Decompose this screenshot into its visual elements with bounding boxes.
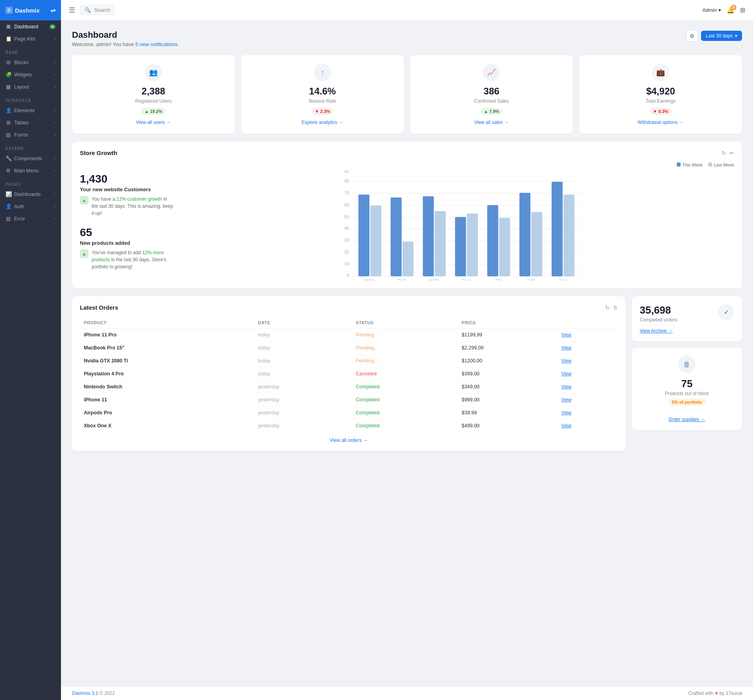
customers-desc: ▲ You have a 12% customer growth in the … bbox=[80, 196, 174, 217]
notification-badge: 5 bbox=[731, 5, 736, 10]
order-view[interactable]: View bbox=[557, 329, 618, 342]
sidebar-item-dashboard[interactable]: ⊞ Dashboard 9 bbox=[0, 20, 61, 33]
order-view[interactable]: View bbox=[557, 368, 618, 380]
svg-text:80: 80 bbox=[344, 179, 349, 183]
order-supplies-link[interactable]: Order supplies → bbox=[640, 417, 734, 422]
sidebar-item-forms[interactable]: ▤ Forms › bbox=[0, 129, 61, 141]
sidebar-item-dashboards[interactable]: 📊 Dashboards › bbox=[0, 188, 61, 200]
view-archive-link[interactable]: View Archive → bbox=[640, 328, 734, 334]
stat-link-earnings[interactable]: Withdrawal options → bbox=[588, 120, 733, 125]
hamburger-icon[interactable]: ☰ bbox=[69, 6, 75, 15]
blocks-icon: ⊞ bbox=[6, 59, 11, 65]
notifications-link[interactable]: 5 new notifications. bbox=[135, 41, 179, 47]
sidebar-label-components: Components bbox=[14, 156, 42, 161]
stock-badge: 5% of portfolio bbox=[668, 399, 706, 406]
chevron-icon: › bbox=[54, 120, 55, 125]
footer-right: Crafted with ♥ by 17sucai bbox=[688, 691, 742, 696]
admin-chevron-icon: ▾ bbox=[718, 7, 721, 13]
date-chevron-icon: ▾ bbox=[735, 33, 737, 39]
chevron-icon: › bbox=[54, 216, 55, 221]
error-icon: ▤ bbox=[6, 216, 11, 222]
table-row: Playstation 4 Pro today Canceled $399,00… bbox=[80, 368, 618, 380]
stat-card-earnings: 💼 $4,920 Total Earnings ▼ 0.3% Withdrawa… bbox=[579, 55, 742, 134]
sidebar-label-main-menu: Main Menu bbox=[14, 168, 39, 174]
sidebar-item-blocks[interactable]: ⊞ Blocks › bbox=[0, 56, 61, 68]
sidebar-item-widgets[interactable]: 🧩 Widgets › bbox=[0, 68, 61, 81]
view-all-orders-link[interactable]: View all orders → bbox=[80, 438, 618, 443]
sidebar-item-elements[interactable]: 👤 Elements › bbox=[0, 104, 61, 116]
svg-text:MON: MON bbox=[365, 279, 375, 281]
order-view[interactable]: View bbox=[557, 406, 618, 419]
svg-text:40: 40 bbox=[344, 226, 349, 231]
order-view[interactable]: View bbox=[557, 342, 618, 355]
sidebar-logo: D Dashmix ⇌ bbox=[0, 0, 61, 20]
sidebar: D Dashmix ⇌ ⊞ Dashboard 9 📋 Page Kits › … bbox=[0, 0, 61, 700]
order-product: iPhone 11 Pro bbox=[80, 329, 254, 342]
chevron-icon: › bbox=[54, 192, 55, 196]
legend-this-week: This Week bbox=[682, 163, 703, 167]
topbar: ☰ 🔍 Search Admin ▾ 🔔 5 ⊞ bbox=[61, 0, 753, 20]
order-product: Nintendo Switch bbox=[80, 380, 254, 393]
svg-text:60: 60 bbox=[344, 203, 349, 207]
date-range-button[interactable]: Last 30 days ▾ bbox=[701, 31, 742, 41]
table-row: MacBook Pro 15" today Pending.. $2,299,0… bbox=[80, 342, 618, 355]
chevron-icon: › bbox=[54, 133, 55, 137]
sidebar-item-tables[interactable]: ⊞ Tables › bbox=[0, 116, 61, 129]
table-row: Xbox One X yesterday Completed $499,00 V… bbox=[80, 419, 618, 432]
order-product: Nvidia GTX 2080 Ti bbox=[80, 355, 254, 368]
edit-icon[interactable]: ✏ bbox=[729, 150, 734, 156]
filter-orders-icon[interactable]: ⇅ bbox=[613, 305, 618, 311]
stat-link-users[interactable]: View all users → bbox=[81, 120, 226, 125]
stock-label: Products out of stock bbox=[640, 391, 734, 396]
stock-card: 🗑 75 Products out of stock 5% of portfol… bbox=[632, 348, 742, 430]
order-product: MacBook Pro 15" bbox=[80, 342, 254, 355]
order-status: Pending.. bbox=[352, 329, 458, 342]
sidebar-item-page-kits[interactable]: 📋 Page Kits › bbox=[0, 33, 61, 45]
order-view[interactable]: View bbox=[557, 393, 618, 406]
table-row: Nvidia GTX 2080 Ti today Pending.. $1200… bbox=[80, 355, 618, 368]
sidebar-item-auth[interactable]: 👤 Auth › bbox=[0, 200, 61, 212]
page-kits-icon: 📋 bbox=[6, 36, 11, 42]
footer-brand-link[interactable]: Dashmix 3.1 bbox=[72, 691, 98, 696]
chevron-icon: › bbox=[54, 168, 55, 173]
refresh-icon[interactable]: ↻ bbox=[722, 150, 726, 156]
sidebar-item-layout[interactable]: ▦ Layout › bbox=[0, 81, 61, 93]
order-status: Pending.. bbox=[352, 355, 458, 368]
sidebar-item-components[interactable]: 🔧 Components › bbox=[0, 152, 61, 164]
stat-label-earnings: Total Earnings bbox=[588, 98, 733, 104]
refresh-orders-icon[interactable]: ↻ bbox=[605, 305, 610, 311]
search-bar[interactable]: 🔍 Search bbox=[80, 5, 115, 15]
sidebar-toggle-icon[interactable]: ⇌ bbox=[50, 7, 55, 14]
page-header: Dashboard Welcome, admin! You have 5 new… bbox=[72, 30, 742, 47]
admin-menu[interactable]: Admin ▾ bbox=[702, 7, 721, 13]
sidebar-label-dashboards: Dashboards bbox=[14, 192, 41, 197]
orders-title: Latest Orders bbox=[80, 304, 118, 311]
order-view[interactable]: View bbox=[557, 380, 618, 393]
svg-text:90: 90 bbox=[344, 170, 349, 174]
svg-rect-29 bbox=[519, 193, 530, 276]
svg-text:WED: WED bbox=[429, 279, 439, 281]
order-view[interactable]: View bbox=[557, 419, 618, 432]
settings-button[interactable]: ⚙ bbox=[686, 30, 698, 42]
sidebar-item-error[interactable]: ▤ Error › bbox=[0, 212, 61, 225]
customer-growth-link[interactable]: 12% customer growth bbox=[116, 196, 162, 202]
stat-badge-sales: ▲ 7.9% bbox=[481, 108, 502, 115]
svg-text:TUE: TUE bbox=[398, 279, 406, 281]
stats-row: 👥 2,388 Registered Users ▲ 19.2% View al… bbox=[72, 55, 742, 134]
subtitle-pre: Welcome, admin! You have bbox=[72, 41, 134, 47]
tables-icon: ⊞ bbox=[6, 120, 11, 126]
stat-link-sales[interactable]: View all sales → bbox=[419, 120, 565, 125]
order-view[interactable]: View bbox=[557, 355, 618, 368]
order-price: $499,00 bbox=[458, 419, 557, 432]
table-row: Nintendo Switch yesterday Completed $349… bbox=[80, 380, 618, 393]
notification-bell[interactable]: 🔔 5 bbox=[727, 6, 735, 14]
completed-orders-card: 35,698 Completed orders ✓ View Archive → bbox=[632, 296, 742, 342]
order-price: $349,00 bbox=[458, 380, 557, 393]
section-label-extend: EXTEND bbox=[0, 141, 61, 152]
svg-text:SAT: SAT bbox=[527, 279, 535, 281]
grid-view-icon[interactable]: ⊞ bbox=[740, 6, 745, 14]
sidebar-item-main-menu[interactable]: ⚙ Main Menu › bbox=[0, 164, 61, 177]
legend-last-week-dot bbox=[708, 163, 712, 166]
footer-by: by 17sucai bbox=[720, 691, 742, 696]
stat-link-bounce[interactable]: Explore analytics → bbox=[250, 120, 395, 125]
